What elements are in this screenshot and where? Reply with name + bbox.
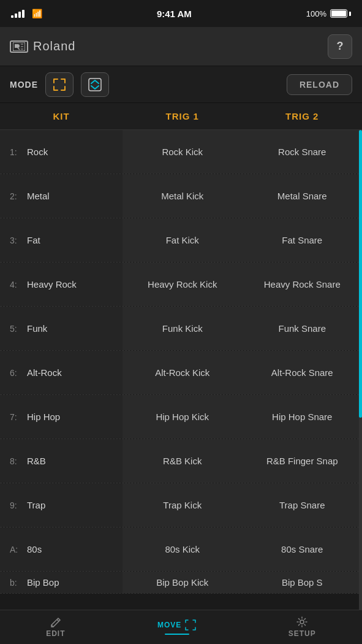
trig1-value: Alt-Rock Kick <box>155 367 209 378</box>
brand-name: Roland <box>33 39 75 53</box>
kit-cell: 8: R&B <box>0 439 123 483</box>
expand-button[interactable] <box>45 72 74 97</box>
kit-table: 1: Rock Rock Kick Rock Snare 2: Metal Me… <box>0 130 362 610</box>
trig1-value: Fat Kick <box>166 235 199 245</box>
kit-name: Heavy Rock <box>27 279 77 289</box>
trig2-cell: Fat Snare <box>243 218 363 262</box>
trig1-value: Rock Kick <box>162 147 203 157</box>
trig1-value: Heavy Rock Kick <box>148 279 217 289</box>
nav-move[interactable]: MOVE <box>145 616 208 638</box>
trig1-cell: Metal Kick <box>123 174 243 218</box>
setup-icon <box>296 616 307 627</box>
trig2-cell: Trap Snare <box>243 483 363 527</box>
kit-name: Alt-Rock <box>27 367 62 378</box>
kit-cell: 7: Hip Hop <box>0 395 123 439</box>
edit-label: EDIT <box>46 629 65 638</box>
signal-icon <box>11 10 25 18</box>
move-label: MOVE <box>157 621 181 629</box>
reload-button[interactable]: RELOAD <box>287 74 352 95</box>
table-row[interactable]: 1: Rock Rock Kick Rock Snare <box>0 130 362 174</box>
trig2-value: R&B Finger Snap <box>266 456 338 466</box>
status-left: 📶 <box>11 9 42 18</box>
help-icon: ? <box>337 40 344 53</box>
trig1-cell: Rock Kick <box>123 130 243 174</box>
trig1-cell: 80s Kick <box>123 527 243 571</box>
kit-name: 80s <box>27 544 42 554</box>
trig1-value: Funk Kick <box>162 323 203 334</box>
col-header-trig2: TRIG 2 <box>243 103 363 129</box>
trig1-cell: Fat Kick <box>123 218 243 262</box>
row-number: b: <box>10 578 22 588</box>
trig1-cell: Trap Kick <box>123 483 243 527</box>
kit-cell: 4: Heavy Rock <box>0 263 123 306</box>
col-header-kit: KIT <box>0 103 123 129</box>
trig1-cell: Funk Kick <box>123 307 243 350</box>
table-row[interactable]: 2: Metal Metal Kick Metal Snare <box>0 174 362 218</box>
trig2-cell: Hip Hop Snare <box>243 395 363 439</box>
scrollbar[interactable] <box>359 130 362 610</box>
row-number: 2: <box>10 191 22 201</box>
table-row[interactable]: b: Bip Bop Bip Bop Kick Bip Bop S <box>0 572 362 594</box>
table-row[interactable]: 7: Hip Hop Hip Hop Kick Hip Hop Snare <box>0 395 362 439</box>
trig2-cell: Rock Snare <box>243 130 363 174</box>
toolbar: MODE RELOAD <box>0 66 362 103</box>
row-number: 3: <box>10 236 22 245</box>
trig1-value: Hip Hop Kick <box>156 412 209 422</box>
kit-name: Fat <box>27 235 40 245</box>
status-right: 100% <box>306 9 351 18</box>
table-row[interactable]: A: 80s 80s Kick 80s Snare <box>0 527 362 572</box>
trig1-cell: Hip Hop Kick <box>123 395 243 439</box>
trig2-value: Heavy Rock Snare <box>264 279 341 289</box>
scrollbar-thumb <box>359 130 362 418</box>
nav-setup[interactable]: SETUP <box>276 613 328 642</box>
roland-icon <box>10 40 28 53</box>
clock: 9:41 AM <box>157 9 192 19</box>
table-row[interactable]: 6: Alt-Rock Alt-Rock Kick Alt-Rock Snare <box>0 351 362 395</box>
swap-icon <box>88 78 102 91</box>
trig1-value: 80s Kick <box>165 544 200 554</box>
reload-label: RELOAD <box>300 80 339 90</box>
col-header-trig1: TRIG 1 <box>123 103 243 129</box>
battery-icon <box>330 9 351 18</box>
nav-edit[interactable]: EDIT <box>34 613 77 642</box>
kit-name: Funk <box>27 323 47 334</box>
help-button[interactable]: ? <box>328 34 352 59</box>
trig1-value: Bip Bop Kick <box>156 577 208 588</box>
kit-cell: 9: Trap <box>0 483 123 527</box>
trig2-value: 80s Snare <box>281 544 323 554</box>
trig2-cell: Alt-Rock Snare <box>243 351 363 394</box>
kit-cell: b: Bip Bop <box>0 572 123 593</box>
trig1-value: Trap Kick <box>163 500 202 510</box>
trig1-value: R&B Kick <box>163 456 202 466</box>
expand-icon <box>53 78 66 91</box>
trig2-value: Trap Snare <box>279 500 325 510</box>
table-row[interactable]: 3: Fat Fat Kick Fat Snare <box>0 218 362 263</box>
trig1-cell: R&B Kick <box>123 439 243 483</box>
kit-cell: 6: Alt-Rock <box>0 351 123 394</box>
table-row[interactable]: 4: Heavy Rock Heavy Rock Kick Heavy Rock… <box>0 263 362 307</box>
swap-button[interactable] <box>81 72 109 97</box>
trig2-value: Alt-Rock Snare <box>271 367 333 378</box>
table-row[interactable]: 8: R&B R&B Kick R&B Finger Snap <box>0 439 362 483</box>
row-number: A: <box>10 545 22 554</box>
move-expand-icon <box>185 619 196 631</box>
kit-name: Trap <box>27 500 45 510</box>
trig1-cell: Alt-Rock Kick <box>123 351 243 394</box>
row-number: 7: <box>10 412 22 422</box>
kit-name: Rock <box>27 147 48 157</box>
trig2-cell: Bip Bop S <box>243 572 363 593</box>
row-number: 6: <box>10 368 22 378</box>
status-bar: 📶 9:41 AM 100% <box>0 0 362 27</box>
trig2-value: Hip Hop Snare <box>272 412 332 422</box>
kit-cell: 3: Fat <box>0 218 123 262</box>
table-row[interactable]: 5: Funk Funk Kick Funk Snare <box>0 307 362 351</box>
kit-cell: A: 80s <box>0 527 123 571</box>
trig2-value: Fat Snare <box>282 235 322 245</box>
row-number: 1: <box>10 147 22 157</box>
roland-logo: Roland <box>10 39 75 53</box>
kit-name: Bip Bop <box>27 577 59 588</box>
kit-name: R&B <box>27 456 46 466</box>
table-row[interactable]: 9: Trap Trap Kick Trap Snare <box>0 483 362 527</box>
row-number: 5: <box>10 324 22 334</box>
trig2-value: Funk Snare <box>278 323 326 334</box>
